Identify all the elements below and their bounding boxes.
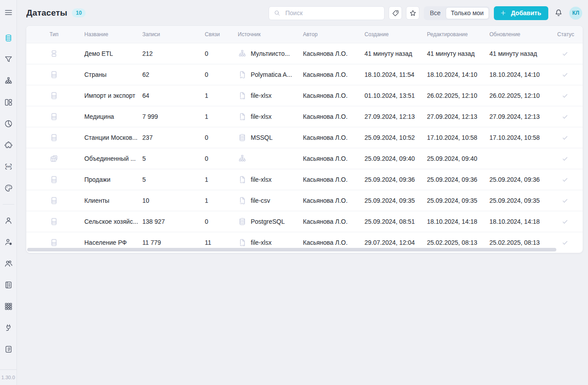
notes-icon	[4, 345, 13, 354]
sidebar-item-user-settings[interactable]	[3, 237, 14, 247]
sidebar-item-etl[interactable]	[3, 75, 14, 86]
dataset-updated: 17.10.2024, 10:58	[489, 134, 557, 141]
sidebar-item-notes[interactable]	[3, 344, 14, 355]
dataset-records: 10	[142, 197, 205, 204]
table-row[interactable]: Сельское хозяйс... 138 927 0 PostgreSQL …	[26, 211, 583, 232]
dataset-status	[557, 197, 583, 205]
table-row[interactable]: Импорт и экспорт 64 1 file-xlsx Касьянов…	[26, 85, 583, 106]
file-type-icon	[50, 217, 58, 226]
table-row[interactable]: Станции Москов... 237 0 MSSQL Касьянова …	[26, 127, 583, 148]
check-icon	[561, 113, 569, 121]
dataset-updated: 25.02.2025, 08:13	[489, 239, 557, 246]
favorites-filter-button[interactable]	[406, 6, 419, 20]
column-header-created: Создание	[364, 31, 427, 38]
table-header-row: Тип Название Записи Связи Источник Автор…	[26, 26, 583, 43]
table-row[interactable]: Продажи 5 1 file-xlsx Касьянова Л.О. 25.…	[26, 169, 583, 190]
check-icon	[561, 134, 569, 142]
menu-icon[interactable]	[3, 7, 14, 18]
dataset-name: Продажи	[84, 176, 142, 183]
dataset-updated: 18.10.2024, 14:10	[489, 71, 557, 78]
toggle-only-mine-option[interactable]: Только мои	[446, 7, 489, 19]
dataset-source	[238, 154, 303, 163]
sidebar-item-connections[interactable]	[3, 322, 14, 333]
dashboards-layout-icon	[4, 98, 13, 107]
sidebar-item-plugins[interactable]	[3, 140, 14, 151]
dataset-edited: 25.09.2024, 09:35	[427, 197, 489, 204]
dataset-edited: 27.09.2024, 12:13	[427, 113, 489, 120]
dataset-author: Касьянова Л.О.	[303, 92, 364, 99]
dataset-links: 0	[205, 218, 238, 225]
dataset-source: file-xlsx	[238, 238, 303, 247]
plus-icon	[500, 9, 507, 17]
add-dataset-button-label: Добавить	[511, 9, 541, 17]
dataset-status	[557, 239, 583, 247]
sidebar-item-datasets[interactable]	[3, 33, 14, 43]
table-row[interactable]: Клиенты 10 1 file-csv Касьянова Л.О. 25.…	[26, 190, 583, 211]
check-icon	[561, 50, 569, 58]
etl-flow-icon	[4, 76, 13, 85]
column-header-status: Статус	[557, 31, 583, 38]
sidebar-item-journal[interactable]	[3, 280, 14, 290]
sidebar: 1.30.0	[0, 0, 17, 385]
table-row[interactable]: Страны 62 0 Polymatica A... Касьянова Л.…	[26, 64, 583, 85]
tags-filter-button[interactable]	[389, 6, 402, 20]
dataset-created: 18.10.2024, 11:54	[364, 71, 427, 78]
file-type-icon	[50, 133, 58, 142]
sidebar-item-svg[interactable]	[3, 161, 14, 172]
dataset-edited: 18.10.2024, 14:10	[427, 71, 489, 78]
notifications-button[interactable]	[554, 8, 563, 17]
sidebar-item-user-groups[interactable]	[3, 258, 14, 269]
check-icon	[561, 197, 569, 205]
column-header-links: Связи	[205, 31, 238, 38]
dataset-source-label: Polymatica A...	[251, 71, 292, 78]
dataset-author: Касьянова Л.О.	[303, 155, 364, 162]
check-icon	[561, 218, 569, 226]
dataset-edited: 26.02.2025, 12:10	[427, 92, 489, 99]
dataset-source-label: file-csv	[251, 197, 270, 204]
svg-icon	[4, 162, 13, 171]
dataset-links: 0	[205, 71, 238, 78]
column-header-source: Источник	[238, 31, 303, 38]
dataset-updated: 18.10.2024, 14:18	[489, 218, 557, 225]
file-xlsx-icon	[238, 112, 247, 121]
table-row[interactable]: Медицина 7 999 1 file-xlsx Касьянова Л.О…	[26, 106, 583, 127]
sidebar-item-dashboards[interactable]	[3, 97, 14, 108]
column-header-edited: Редактирование	[427, 31, 489, 38]
dataset-name: Медицина	[84, 113, 142, 120]
sidebar-item-modules[interactable]	[3, 301, 14, 312]
sidebar-item-filters[interactable]	[3, 54, 14, 65]
table-row[interactable]: Объединенный ... 5 0 Касьянова Л.О. 25.0…	[26, 148, 583, 169]
datasets-database-icon	[4, 33, 13, 42]
sidebar-item-design[interactable]	[3, 183, 14, 193]
dataset-records: 237	[142, 134, 205, 141]
file-api-icon	[238, 70, 247, 79]
check-icon	[561, 239, 569, 247]
dataset-name: Объединенный ...	[84, 155, 142, 162]
sidebar-item-profile[interactable]	[3, 215, 14, 226]
table-row[interactable]: Демо ETL 212 0 Мультиисто... Касьянова Л…	[26, 43, 583, 64]
avatar[interactable]: КЛ	[569, 7, 582, 20]
horizontal-scrollbar[interactable]	[27, 248, 556, 251]
column-header-updated: Обновление	[489, 31, 557, 38]
bell-icon	[554, 8, 563, 17]
multisource-icon	[238, 49, 247, 58]
dataset-source-label: MSSQL	[251, 134, 273, 141]
dataset-links: 1	[205, 92, 238, 99]
toggle-all-option[interactable]: Все	[425, 7, 445, 19]
dataset-links: 11	[205, 239, 238, 246]
dataset-author: Касьянова Л.О.	[303, 197, 364, 204]
dataset-created: 29.07.2024, 12:04	[364, 239, 427, 246]
dataset-edited: 25.09.2024, 09:40	[427, 155, 489, 162]
dataset-records: 5	[142, 176, 205, 183]
dataset-updated: 26.02.2025, 12:10	[489, 92, 557, 99]
search-box	[269, 6, 385, 20]
search-input[interactable]	[284, 9, 380, 17]
dataset-records: 7 999	[142, 113, 205, 120]
dataset-records: 11 779	[142, 239, 205, 246]
add-dataset-button[interactable]: Добавить	[494, 6, 548, 20]
sidebar-item-charts[interactable]	[3, 118, 14, 129]
dataset-status	[557, 92, 583, 100]
dataset-created: 01.10.2024, 13:51	[364, 92, 427, 99]
file-type-icon	[50, 70, 58, 79]
dataset-status	[557, 176, 583, 184]
